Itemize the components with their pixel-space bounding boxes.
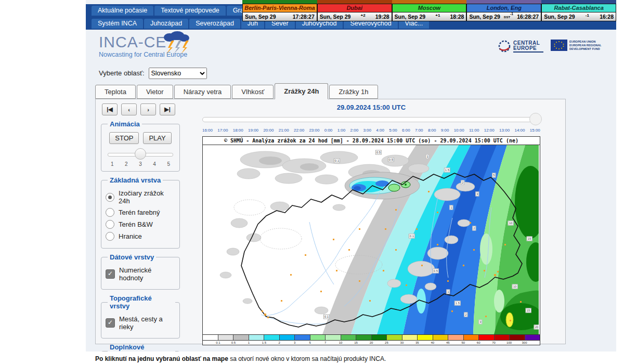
- clock-london-eng: London, EngSun, Sep 29DST-116:28:27: [466, 0, 541, 21]
- ce-underline: [513, 51, 543, 53]
- time-tick: 3:00: [363, 128, 371, 133]
- clock-strip: [541, 0, 616, 4]
- scale-cell: [249, 335, 265, 340]
- first-frame-button[interactable]: |◀: [102, 103, 118, 115]
- clock-body: Sun, Sep 29DST-116:28:27: [466, 12, 541, 21]
- contour-label: 0.5: [433, 269, 439, 274]
- time-slider[interactable]: [202, 113, 540, 125]
- radio-hranice[interactable]: Hranice: [106, 232, 175, 241]
- frame-timestamp: 29.09.2024 15:00 UTC: [202, 103, 540, 111]
- contour-label: 1.5: [454, 301, 461, 306]
- time-slider-track[interactable]: [202, 117, 540, 122]
- tab-vlhkos[interactable]: Vlhkosť: [232, 85, 274, 99]
- region-select-label: Vyberte oblasť:: [99, 69, 145, 77]
- data-layer-options: ✓Numerické hodnoty: [106, 266, 175, 282]
- clock-moscow: MoscowSun, Sep 29+118:28: [392, 0, 467, 21]
- precipitation-map[interactable]: © SHMÚ - Analýza zrážok za 24 hod [mm] -…: [202, 136, 540, 345]
- tab-vietor[interactable]: Vietor: [137, 85, 173, 99]
- contour-label: 0.5: [388, 158, 394, 162]
- eu-text: EUROPEAN UNION EUROPEAN REGIONAL DEVELOP…: [569, 40, 602, 51]
- radio-icon[interactable]: [106, 208, 114, 217]
- clock-date: Sun, Sep 29: [469, 14, 500, 20]
- time-tick: 11:00: [469, 128, 479, 133]
- animation-buttons: STOP PLAY: [106, 132, 175, 144]
- speed-labels: 12345: [111, 161, 170, 167]
- checkbox-numerick-hodnoty[interactable]: ✓Numerické hodnoty: [106, 266, 175, 282]
- time-slider-thumb[interactable]: [529, 113, 542, 125]
- scale-label: 2: [279, 341, 280, 345]
- speed-label: 1: [111, 161, 114, 167]
- nav-tab-severoz-pad[interactable]: Severozápad: [189, 19, 240, 29]
- scale-label: 3: [294, 341, 295, 345]
- time-tick: 6:00: [402, 128, 410, 133]
- scale-cell: [326, 335, 341, 340]
- speed-label: 3: [139, 161, 142, 167]
- nav-tab-textov-predpovede[interactable]: Textové predpovede: [154, 6, 226, 16]
- radio-icon[interactable]: [106, 232, 114, 241]
- data-layers-legend: Dátové vrstvy: [108, 253, 156, 261]
- scale-label: 10: [339, 341, 343, 345]
- tab-n-razy-vetra[interactable]: Nárazy vetra: [174, 85, 231, 99]
- tab-teplota[interactable]: Teplota: [95, 85, 136, 99]
- scale-cell: [510, 335, 525, 340]
- checkbox-mest-cesty-a-rieky[interactable]: ✓Mestá, cesty a rieky: [106, 315, 175, 331]
- radio-label: Terén farebný: [119, 209, 160, 216]
- clock-city: Rabat-Casablanca: [541, 4, 616, 12]
- clock-date: Sun, Sep 29: [320, 14, 351, 20]
- next-frame-button[interactable]: ›: [140, 103, 156, 115]
- region-select[interactable]: Slovensko: [149, 68, 207, 79]
- main-panel: |◀‹›▶| Animácia STOP PLAY 12345 Základná…: [95, 99, 566, 344]
- stop-button[interactable]: STOP: [109, 132, 139, 144]
- nav-tab-aktu-lne-po-asie[interactable]: Aktuálne počasie: [92, 6, 153, 16]
- scale-label: 25: [385, 341, 388, 345]
- prev-frame-button[interactable]: ‹: [121, 103, 137, 115]
- last-frame-button[interactable]: ▶|: [160, 103, 175, 115]
- nav-tab-syst-m-inca[interactable]: Systém INCA: [92, 19, 143, 29]
- radio-icon[interactable]: [106, 220, 114, 229]
- checkbox-label: Mestá, cesty a rieky: [119, 315, 175, 331]
- time-tick: 0:00: [324, 128, 333, 133]
- clock-body: Sun, Sep 29+219:28: [317, 12, 392, 21]
- checkbox-icon[interactable]: ✓: [106, 269, 115, 279]
- clock-date: Sun, Sep 29: [245, 14, 276, 20]
- radio-ter-n-farebn[interactable]: Terén farebný: [106, 208, 175, 217]
- scale-cell: [310, 335, 326, 340]
- checkbox-icon[interactable]: ✓: [106, 318, 115, 328]
- speed-slider-thumb[interactable]: [135, 148, 146, 160]
- play-button[interactable]: PLAY: [143, 132, 171, 144]
- contour-label: 15: [527, 237, 532, 241]
- scale-label: 40: [431, 341, 434, 345]
- scale-label: 7: [324, 341, 326, 345]
- region-select-row: Vyberte oblasť:Slovensko: [99, 68, 207, 79]
- clock-time: 19:28: [375, 14, 389, 20]
- contour-label: 1: [449, 205, 453, 210]
- scale-label: 100: [506, 341, 512, 345]
- nav-tab-juhoz-pad[interactable]: Juhozápad: [144, 19, 188, 29]
- contour-label: 5: [492, 173, 496, 178]
- scale-cell: [264, 335, 280, 340]
- time-tick: 10:00: [454, 128, 464, 133]
- central-europe-logo: CENTRAL EUROPE: [498, 40, 543, 53]
- speed-slider[interactable]: [108, 148, 173, 160]
- animation-legend: Animácia: [108, 120, 142, 128]
- scale-label: 30: [400, 341, 404, 345]
- central-europe-text: CENTRAL EUROPE: [513, 41, 543, 53]
- time-tick: 22:00: [294, 128, 304, 133]
- radio-ter-n-b-w[interactable]: Terén B&W: [106, 220, 175, 229]
- time-tick: 7:00: [415, 128, 423, 133]
- scale-cell: [448, 335, 464, 340]
- color-scale-labels: 0.10.511.5235710152025303540455060701003…: [203, 341, 540, 345]
- clock-time: 17:28:27: [293, 14, 315, 20]
- radio-icon[interactable]: [106, 193, 114, 202]
- scale-cell: [356, 335, 372, 340]
- clock-strip: [392, 0, 467, 4]
- clock-time: 16:28:27: [517, 14, 539, 20]
- clock-rabat-casablanca: Rabat-CasablancaSun, Sep 29-116:28: [541, 0, 616, 21]
- tab-zr-ky-1h[interactable]: Zrážky 1h: [329, 85, 378, 99]
- map-canvas[interactable]: 0.10.511.523510150.10.511.5231015200.10.…: [203, 145, 539, 334]
- contour-label: 15: [526, 308, 531, 313]
- base-layer-legend: Základná vrstva: [108, 176, 163, 184]
- radio-izo-iary-zr-ok-24h[interactable]: Izočiary zrážok 24h: [106, 189, 175, 205]
- scale-label: 1.5: [262, 341, 266, 345]
- tab-zr-ky-24h[interactable]: Zrážky 24h: [275, 83, 328, 99]
